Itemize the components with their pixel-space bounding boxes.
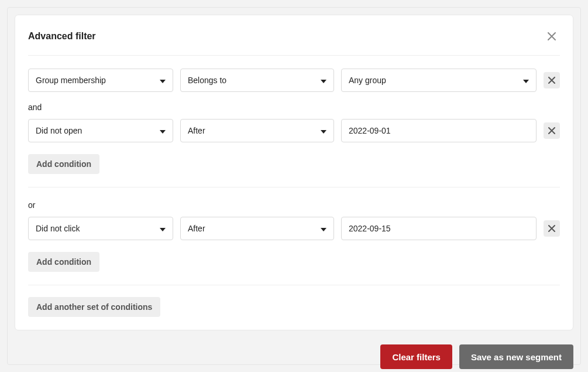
operator-select-value: After <box>188 224 205 233</box>
card-title: Advanced filter <box>28 31 96 42</box>
remove-row-button[interactable] <box>544 72 560 88</box>
value-select-value: Any group <box>349 76 386 85</box>
row-actions <box>544 122 560 139</box>
conjunction-label: and <box>28 103 560 112</box>
add-another-group-section: Add another set of conditions <box>28 285 560 317</box>
add-condition-button[interactable]: Add condition <box>28 154 99 174</box>
row-actions <box>544 220 560 237</box>
chevron-down-icon <box>160 126 166 135</box>
chevron-down-icon <box>321 224 326 233</box>
close-button[interactable] <box>544 28 560 45</box>
field-select[interactable]: Group membership <box>28 69 173 92</box>
close-icon <box>548 225 555 232</box>
page-frame: Advanced filter Group membership Belongs… <box>7 7 581 365</box>
save-segment-label: Save as new segment <box>471 352 562 362</box>
advanced-filter-card: Advanced filter Group membership Belongs… <box>15 15 573 330</box>
field-select-value: Group membership <box>36 76 106 85</box>
add-condition-label: Add condition <box>36 159 91 169</box>
filter-row: Did not click After 2022-09-15 <box>28 217 560 240</box>
chevron-down-icon <box>160 224 166 233</box>
add-another-group-label: Add another set of conditions <box>36 302 152 312</box>
filter-group: Group membership Belongs to Any group <box>28 56 560 187</box>
filter-row: Did not open After 2022-09-01 <box>28 119 560 142</box>
row-actions <box>544 72 560 88</box>
clear-filters-button[interactable]: Clear filters <box>380 344 452 369</box>
close-icon <box>548 77 555 84</box>
remove-row-button[interactable] <box>544 122 560 139</box>
close-icon <box>548 32 556 40</box>
clear-filters-label: Clear filters <box>392 352 441 362</box>
save-segment-button[interactable]: Save as new segment <box>459 344 573 369</box>
operator-select-value: Belongs to <box>188 76 226 85</box>
field-select[interactable]: Did not click <box>28 217 173 240</box>
operator-select[interactable]: After <box>180 119 334 142</box>
chevron-down-icon <box>321 126 326 135</box>
operator-select-value: After <box>188 126 205 135</box>
remove-row-button[interactable] <box>544 220 560 237</box>
add-condition-label: Add condition <box>36 257 91 267</box>
card-header: Advanced filter <box>28 28 560 56</box>
chevron-down-icon <box>321 76 326 85</box>
field-select-value: Did not click <box>36 224 80 233</box>
value-input[interactable]: 2022-09-01 <box>341 119 537 142</box>
filter-group: or Did not click After 2022-09-15 <box>28 187 560 285</box>
field-select-value: Did not open <box>36 126 82 135</box>
add-another-group-button[interactable]: Add another set of conditions <box>28 297 160 317</box>
value-input-text: 2022-09-15 <box>349 224 391 233</box>
footer-actions: Clear filters Save as new segment <box>15 330 573 369</box>
add-condition-button[interactable]: Add condition <box>28 252 99 272</box>
value-input-text: 2022-09-01 <box>349 126 391 135</box>
close-icon <box>548 127 555 134</box>
operator-select[interactable]: Belongs to <box>180 69 334 92</box>
operator-select[interactable]: After <box>180 217 334 240</box>
filter-row: Group membership Belongs to Any group <box>28 69 560 92</box>
chevron-down-icon <box>523 76 529 85</box>
chevron-down-icon <box>160 76 166 85</box>
field-select[interactable]: Did not open <box>28 119 173 142</box>
value-select[interactable]: Any group <box>341 69 537 92</box>
group-conjunction-label: or <box>28 200 560 210</box>
value-input[interactable]: 2022-09-15 <box>341 217 537 240</box>
